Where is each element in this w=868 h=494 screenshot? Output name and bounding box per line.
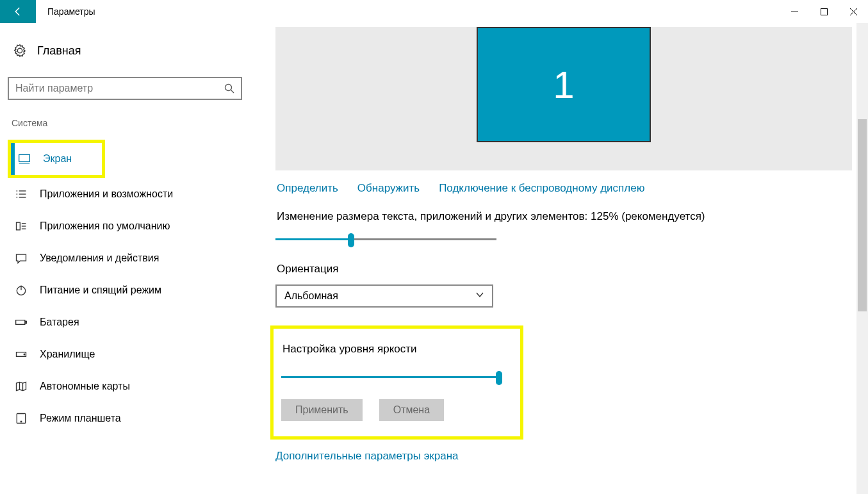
search-icon xyxy=(224,83,234,94)
sidebar-item-label: Питание и спящий режим xyxy=(40,284,161,296)
identify-link[interactable]: Определить xyxy=(277,182,338,195)
detect-link[interactable]: Обнаружить xyxy=(357,182,420,195)
sidebar-item-label: Экран xyxy=(43,153,72,165)
minimize-button[interactable] xyxy=(780,0,809,23)
maximize-icon xyxy=(821,8,828,15)
monitor-icon xyxy=(17,152,31,166)
scale-label: Изменение размера текста, приложений и д… xyxy=(277,210,868,223)
arrow-left-icon xyxy=(12,6,24,17)
sidebar-item-maps[interactable]: Автономные карты xyxy=(8,370,242,402)
list-icon xyxy=(14,187,28,201)
close-button[interactable] xyxy=(839,0,868,23)
map-icon xyxy=(14,379,28,393)
sidebar-item-label: Приложения по умолчанию xyxy=(40,220,170,232)
sidebar-item-label: Приложения и возможности xyxy=(40,188,173,200)
sidebar-item-display[interactable]: Экран xyxy=(11,143,102,175)
minimize-icon xyxy=(791,8,798,15)
svg-point-23 xyxy=(24,354,25,355)
battery-icon xyxy=(14,315,28,329)
svg-rect-1 xyxy=(821,8,827,15)
sidebar-category: Система xyxy=(12,118,242,128)
orientation-value: Альбомная xyxy=(284,290,338,302)
sidebar-home[interactable]: Главная xyxy=(8,40,242,62)
sidebar-home-label: Главная xyxy=(37,44,81,58)
svg-rect-21 xyxy=(26,321,27,323)
vertical-scrollbar[interactable] xyxy=(856,23,868,494)
search-input[interactable] xyxy=(15,83,224,94)
sidebar-item-power[interactable]: Питание и спящий режим xyxy=(8,274,242,306)
sidebar-item-battery[interactable]: Батарея xyxy=(8,306,242,338)
svg-point-27 xyxy=(20,421,22,422)
advanced-display-link[interactable]: Дополнительные параметры экрана xyxy=(275,450,868,463)
window-title: Параметры xyxy=(36,0,107,23)
brightness-slider[interactable] xyxy=(281,370,502,385)
svg-line-5 xyxy=(231,90,234,94)
sidebar-item-label: Уведомления и действия xyxy=(40,252,159,264)
orientation-label: Ориентация xyxy=(277,263,868,276)
close-icon xyxy=(850,8,857,15)
notification-icon xyxy=(14,251,28,265)
sidebar-item-label: Режим планшета xyxy=(40,413,121,424)
monitor-number: 1 xyxy=(553,63,574,107)
sidebar-item-default-apps[interactable]: Приложения по умолчанию xyxy=(8,210,242,242)
sidebar-item-label: Батарея xyxy=(40,317,79,328)
monitor-1[interactable]: 1 xyxy=(477,27,651,142)
apply-button[interactable]: Применить xyxy=(281,399,363,421)
scrollbar-thumb[interactable] xyxy=(858,119,867,311)
back-button[interactable] xyxy=(0,0,36,23)
sidebar-item-tablet[interactable]: Режим планшета xyxy=(8,402,242,434)
orientation-select[interactable]: Альбомная xyxy=(275,284,493,308)
svg-point-4 xyxy=(225,85,232,91)
wireless-display-link[interactable]: Подключение к беспроводному дисплею xyxy=(439,182,644,195)
maximize-button[interactable] xyxy=(809,0,839,23)
cancel-button[interactable]: Отмена xyxy=(379,399,444,421)
storage-icon xyxy=(14,347,28,361)
search-input-container[interactable] xyxy=(8,77,242,100)
tablet-icon xyxy=(14,411,28,425)
display-preview: 1 xyxy=(275,27,852,170)
sidebar-item-label: Хранилище xyxy=(40,349,95,360)
gear-icon xyxy=(13,44,27,58)
chevron-down-icon xyxy=(475,290,484,302)
default-apps-icon xyxy=(14,219,28,233)
svg-rect-20 xyxy=(16,320,25,325)
sidebar-item-label: Автономные карты xyxy=(40,381,130,392)
scale-slider[interactable] xyxy=(275,232,496,247)
sidebar-item-apps[interactable]: Приложения и возможности xyxy=(8,178,242,210)
power-icon xyxy=(14,283,28,297)
sidebar-item-notifications[interactable]: Уведомления и действия xyxy=(8,242,242,274)
svg-rect-14 xyxy=(17,222,20,230)
svg-rect-6 xyxy=(19,154,30,161)
sidebar-item-storage[interactable]: Хранилище xyxy=(8,338,242,370)
brightness-label: Настройка уровня яркости xyxy=(283,343,512,356)
